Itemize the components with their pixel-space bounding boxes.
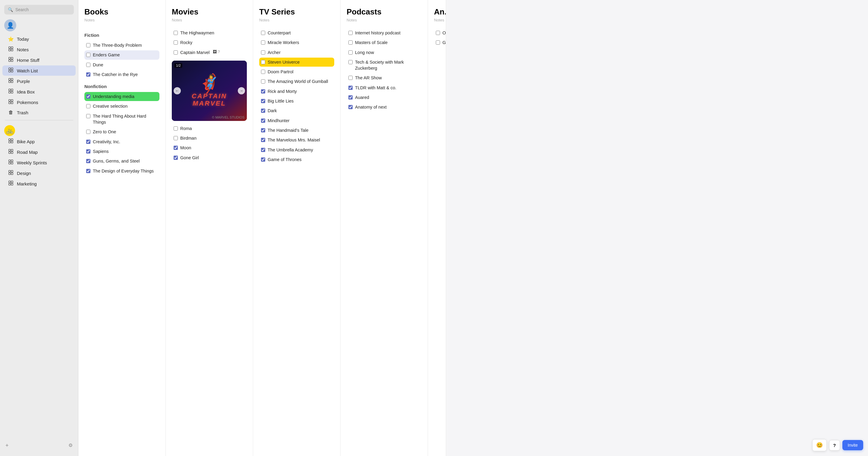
task-checkbox[interactable] bbox=[86, 104, 90, 108]
sidebar-item-weekly-sprints[interactable]: Weekly Sprints bbox=[2, 158, 76, 168]
invite-button[interactable]: Invite bbox=[842, 440, 863, 450]
task-item[interactable]: The Three-Body Problem bbox=[84, 41, 159, 50]
task-checkbox[interactable] bbox=[86, 114, 90, 118]
task-item[interactable]: Auared bbox=[347, 93, 422, 102]
task-checkbox[interactable] bbox=[86, 130, 90, 134]
task-item[interactable]: Zero to One bbox=[84, 127, 159, 136]
task-checkbox[interactable] bbox=[261, 31, 265, 35]
task-checkbox[interactable] bbox=[174, 50, 178, 55]
task-item[interactable]: The Hard Thing About Hard Things bbox=[84, 112, 159, 127]
task-item[interactable]: Long now bbox=[347, 48, 422, 57]
task-checkbox[interactable] bbox=[261, 109, 265, 113]
task-checkbox[interactable] bbox=[261, 50, 265, 55]
task-checkbox[interactable] bbox=[261, 79, 265, 84]
task-checkbox[interactable] bbox=[86, 73, 90, 77]
task-item[interactable]: Rick and Morty bbox=[259, 87, 334, 96]
sidebar-item-today[interactable]: ⭐Today bbox=[2, 34, 76, 44]
task-item[interactable]: Moon bbox=[172, 143, 247, 152]
task-checkbox[interactable] bbox=[436, 40, 440, 45]
task-checkbox[interactable] bbox=[174, 155, 178, 160]
task-item[interactable]: Rocky bbox=[172, 38, 247, 47]
sidebar-item-notes[interactable]: Notes bbox=[2, 44, 76, 55]
sidebar-item-trash[interactable]: 🗑Trash bbox=[2, 108, 76, 117]
task-checkbox[interactable] bbox=[261, 99, 265, 103]
task-checkbox[interactable] bbox=[261, 40, 265, 45]
task-checkbox[interactable] bbox=[86, 53, 90, 57]
task-item[interactable]: Guns, Germs, and Steel bbox=[84, 156, 159, 166]
sidebar-item-watch-list[interactable]: Watch List bbox=[2, 65, 76, 76]
task-checkbox[interactable] bbox=[348, 76, 352, 80]
task-checkbox[interactable] bbox=[86, 149, 90, 153]
emoji-button[interactable]: 😊 bbox=[812, 439, 827, 451]
task-item[interactable]: Internet history podcast bbox=[347, 28, 422, 37]
task-item[interactable]: Masters of Scale bbox=[347, 38, 422, 47]
task-item[interactable]: Enders Game bbox=[84, 50, 159, 59]
task-item[interactable]: The Handmaid's Tale bbox=[259, 126, 334, 135]
task-checkbox[interactable] bbox=[86, 140, 90, 144]
task-item[interactable]: TLDR with Matt & co. bbox=[347, 83, 422, 92]
task-item[interactable]: Gone Girl bbox=[172, 153, 247, 162]
task-item[interactable]: The Amazing World of Gumball bbox=[259, 77, 334, 86]
task-checkbox[interactable] bbox=[261, 60, 265, 64]
task-checkbox[interactable] bbox=[86, 43, 90, 47]
sidebar-item-idea-box[interactable]: Idea Box bbox=[2, 87, 76, 97]
sidebar-item-home-stuff[interactable]: Home Stuff bbox=[2, 55, 76, 65]
task-item[interactable]: Creative selection bbox=[84, 102, 159, 111]
task-checkbox[interactable] bbox=[348, 50, 352, 55]
image-next-button[interactable]: → bbox=[238, 87, 245, 94]
task-item[interactable]: Dune bbox=[84, 60, 159, 69]
sidebar-item-purple[interactable]: Purple bbox=[2, 76, 76, 86]
task-item[interactable]: The Marvelous Mrs. Maisel bbox=[259, 135, 334, 144]
task-checkbox[interactable] bbox=[348, 86, 352, 90]
task-item[interactable]: Ga... bbox=[434, 38, 440, 47]
task-item[interactable]: Tech & Society with Mark Zuckerberg bbox=[347, 58, 422, 73]
sidebar-item-design[interactable]: Design bbox=[2, 168, 76, 178]
sidebar-item-bike-app[interactable]: Bike App bbox=[2, 136, 76, 147]
task-item[interactable]: Counterpart bbox=[259, 28, 334, 37]
task-item[interactable]: Or... bbox=[434, 28, 440, 37]
help-button[interactable]: ? bbox=[829, 440, 840, 451]
task-checkbox[interactable] bbox=[348, 95, 352, 99]
task-item[interactable]: Captain Marvel🖼 ? bbox=[172, 48, 247, 57]
sidebar-item-pokemons[interactable]: Pokemons bbox=[2, 97, 76, 107]
task-checkbox[interactable] bbox=[348, 105, 352, 109]
task-checkbox[interactable] bbox=[436, 31, 440, 35]
task-item[interactable]: Sapiens bbox=[84, 147, 159, 156]
task-item[interactable]: Mindhunter bbox=[259, 116, 334, 125]
task-item[interactable]: Creativity, Inc. bbox=[84, 137, 159, 146]
task-item[interactable]: Roma bbox=[172, 124, 247, 133]
task-checkbox[interactable] bbox=[348, 31, 352, 35]
task-item[interactable]: The Design of Everyday Things bbox=[84, 167, 159, 175]
task-checkbox[interactable] bbox=[261, 70, 265, 74]
task-checkbox[interactable] bbox=[261, 148, 265, 152]
task-item[interactable]: The AR Show bbox=[347, 73, 422, 82]
task-item[interactable]: Steven Univerce bbox=[259, 58, 334, 67]
task-item[interactable]: Big Little Lies bbox=[259, 96, 334, 106]
task-checkbox[interactable] bbox=[174, 31, 178, 35]
task-checkbox[interactable] bbox=[261, 89, 265, 93]
task-checkbox[interactable] bbox=[261, 128, 265, 133]
task-checkbox[interactable] bbox=[174, 146, 178, 150]
task-item[interactable]: Anatomy of next bbox=[347, 103, 422, 112]
task-checkbox[interactable] bbox=[86, 63, 90, 67]
task-item[interactable]: The Umbrella Academy bbox=[259, 145, 334, 154]
task-item[interactable]: Doom Partrol bbox=[259, 67, 334, 76]
task-checkbox[interactable] bbox=[86, 94, 90, 98]
search-bar[interactable]: 🔍 Search bbox=[4, 5, 74, 15]
task-item[interactable]: The Catcher in the Rye bbox=[84, 70, 159, 79]
task-checkbox[interactable] bbox=[261, 158, 265, 162]
task-item[interactable]: Understanding media bbox=[84, 92, 159, 101]
image-prev-button[interactable]: ← bbox=[174, 87, 181, 94]
sidebar-item-marketing[interactable]: Marketing bbox=[2, 178, 76, 189]
task-checkbox[interactable] bbox=[261, 138, 265, 142]
task-item[interactable]: Miracle Workers bbox=[259, 38, 334, 47]
task-checkbox[interactable] bbox=[174, 136, 178, 140]
task-checkbox[interactable] bbox=[348, 60, 352, 64]
task-item[interactable]: Game of Thrones bbox=[259, 155, 334, 164]
task-checkbox[interactable] bbox=[348, 40, 352, 45]
task-checkbox[interactable] bbox=[86, 159, 90, 163]
task-item[interactable]: Dark bbox=[259, 106, 334, 115]
task-checkbox[interactable] bbox=[174, 40, 178, 45]
task-checkbox[interactable] bbox=[86, 169, 90, 173]
add-workspace-button[interactable]: + bbox=[5, 443, 9, 449]
